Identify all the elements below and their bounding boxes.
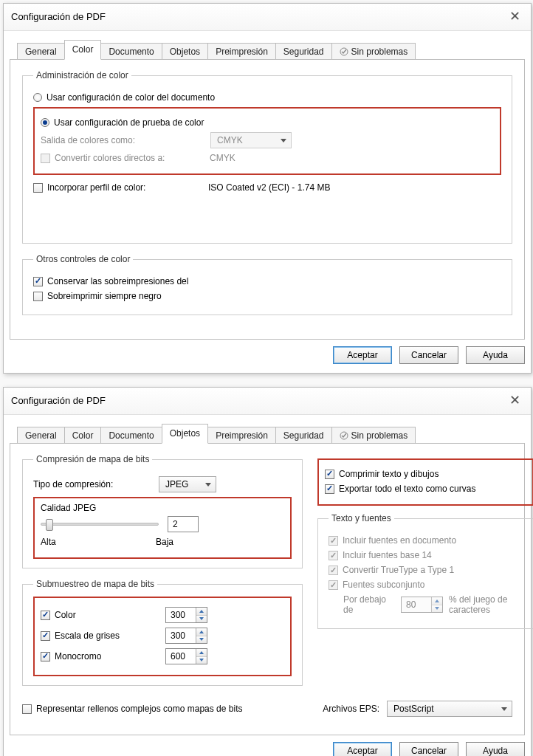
close-icon[interactable]: ✕ <box>505 392 525 408</box>
highlight-box-text-options: Comprimir texto y dibujos Exportar todo … <box>317 458 533 506</box>
base14-label: Incluir fuentes base 14 <box>343 550 432 560</box>
checkbox-icon[interactable] <box>41 631 50 641</box>
arrow-down-icon <box>199 617 204 620</box>
compress-text-row[interactable]: Comprimir texto y dibujos <box>325 469 526 479</box>
black-overprint-row[interactable]: Sobreimprimir siempre negro <box>33 291 501 301</box>
output-colors-row: Salida de colores como: CMYK <box>41 132 494 148</box>
text-fonts-group: Texto y fuentes Incluir fuentes en docum… <box>317 513 533 629</box>
tab-documento[interactable]: Documento <box>100 427 162 444</box>
include-fonts-row: Incluir fuentes en documento <box>329 535 523 546</box>
spinner[interactable] <box>196 649 207 664</box>
tab-seguridad[interactable]: Seguridad <box>275 427 332 444</box>
output-colors-select[interactable]: CMYK <box>210 132 292 148</box>
spinner[interactable] <box>196 628 207 643</box>
overprint-row[interactable]: Conservar las sobreimpresiones del <box>33 276 501 286</box>
subsample-gray-field[interactable] <box>165 628 207 644</box>
tab-objetos[interactable]: Objetos <box>162 43 208 61</box>
subset-row: Fuentes subconjunto <box>329 580 523 590</box>
convert-spot-row: Convertir colores directos a: CMYK <box>41 153 494 163</box>
arrow-up-icon <box>199 610 204 613</box>
dialog-title: Configuración de PDF <box>11 395 106 406</box>
tab-preimpresion[interactable]: Preimpresión <box>207 43 276 61</box>
radio-icon[interactable] <box>33 93 42 102</box>
tab-sin-problemas-label: Sin problemas <box>351 47 408 57</box>
embed-profile-label: Incorporar perfil de color: <box>47 182 208 193</box>
eps-select[interactable]: PostScript <box>387 701 512 717</box>
tab-general[interactable]: General <box>17 427 65 444</box>
subsample-gray-input[interactable] <box>166 628 196 643</box>
radio-use-doc-row[interactable]: Usar configuración de color del document… <box>33 92 501 103</box>
subsample-legend: Submuestreo de mapa de bits <box>33 579 157 589</box>
black-overprint-label: Sobreimprimir siempre negro <box>47 291 162 301</box>
subsample-mono-input[interactable] <box>166 649 196 664</box>
tab-sin-problemas[interactable]: Sin problemas <box>331 43 416 61</box>
checkbox-icon[interactable] <box>325 484 334 494</box>
bitmap-compression-group: Compresión de mapa de bits Tipo de compr… <box>22 454 303 568</box>
tt2t1-label: Convertir TrueType a Type 1 <box>343 565 454 575</box>
ok-button[interactable]: Aceptar <box>333 346 392 364</box>
checkbox-icon[interactable] <box>22 704 32 714</box>
arrow-down-icon <box>199 659 204 662</box>
spinner[interactable] <box>196 608 207 622</box>
text-fonts-legend: Texto y fuentes <box>329 513 394 523</box>
quality-high-label: Alta <box>41 537 56 547</box>
compression-type-select[interactable]: JPEG <box>159 476 216 492</box>
checkbox-icon[interactable] <box>33 292 43 301</box>
checkbox-icon[interactable] <box>41 154 50 163</box>
overprint-label: Conservar las sobreimpresiones del <box>47 276 188 286</box>
help-button[interactable]: Ayuda <box>466 742 525 756</box>
close-icon[interactable]: ✕ <box>505 8 525 24</box>
highlight-box-subsample: Color Escala de grises <box>33 597 292 676</box>
tab-preimpresion[interactable]: Preimpresión <box>207 427 276 444</box>
cancel-button[interactable]: Cancelar <box>399 346 458 364</box>
jpeg-quality-slider[interactable] <box>41 523 159 526</box>
subsample-color-input[interactable] <box>166 608 196 622</box>
ok-button[interactable]: Aceptar <box>333 742 392 756</box>
color-panel: Administración de color Usar configuraci… <box>10 59 525 340</box>
jpeg-quality-label: Calidad JPEG <box>41 503 284 513</box>
tab-objetos[interactable]: Objetos <box>162 424 208 444</box>
check-badge-icon <box>340 47 348 56</box>
eps-value: PostScript <box>393 704 434 714</box>
radio-icon[interactable] <box>41 118 49 127</box>
subsample-color-row: Color <box>41 607 284 623</box>
checkbox-icon[interactable] <box>41 652 50 662</box>
dialog-title: Configuración de PDF <box>11 11 106 22</box>
help-button[interactable]: Ayuda <box>466 346 525 364</box>
checkbox-icon[interactable] <box>325 470 334 479</box>
subsample-mono-label: Monocromo <box>55 651 165 662</box>
subsample-color-field[interactable] <box>165 607 207 623</box>
tab-general[interactable]: General <box>17 43 65 61</box>
checkbox-icon[interactable] <box>33 277 43 286</box>
output-colors-label: Salida de colores como: <box>41 135 210 145</box>
jpeg-quality-field[interactable] <box>168 516 199 532</box>
compression-type-label: Tipo de compresión: <box>33 479 159 489</box>
tab-sin-problemas[interactable]: Sin problemas <box>331 427 416 444</box>
compression-type-value: JPEG <box>165 479 188 489</box>
tab-color[interactable]: Color <box>64 427 102 444</box>
checkbox-icon <box>329 580 338 590</box>
compression-type-row: Tipo de compresión: JPEG <box>33 476 292 492</box>
tab-color[interactable]: Color <box>64 40 102 60</box>
highlight-box-proof: Usar configuración de prueba de color Sa… <box>33 107 501 175</box>
jpeg-quality-input[interactable] <box>168 517 198 532</box>
tab-seguridad[interactable]: Seguridad <box>275 43 332 61</box>
radio-use-doc-label: Usar configuración de color del document… <box>47 92 215 103</box>
tab-documento[interactable]: Documento <box>100 43 162 61</box>
text-as-curves-row[interactable]: Exportar todo el texto como curvas <box>325 484 526 494</box>
cancel-button[interactable]: Cancelar <box>399 742 458 756</box>
checkbox-icon[interactable] <box>33 183 43 193</box>
chevron-down-icon <box>501 707 507 711</box>
button-bar: Aceptar Cancelar Ayuda <box>10 340 525 367</box>
other-color-legend: Otros controles de color <box>33 254 133 264</box>
checkbox-icon[interactable] <box>41 611 50 620</box>
chevron-down-icon <box>281 139 286 142</box>
complex-fills-row[interactable]: Representar rellenos complejos como mapa… <box>22 704 242 714</box>
jpeg-quality-row <box>41 516 284 532</box>
output-colors-value: CMYK <box>217 135 243 145</box>
subsample-mono-field[interactable] <box>165 648 207 664</box>
color-admin-legend: Administración de color <box>33 70 131 80</box>
slider-thumb-icon[interactable] <box>46 519 53 531</box>
radio-use-proof-row[interactable]: Usar configuración de prueba de color <box>41 117 494 128</box>
check-badge-icon <box>340 431 348 440</box>
